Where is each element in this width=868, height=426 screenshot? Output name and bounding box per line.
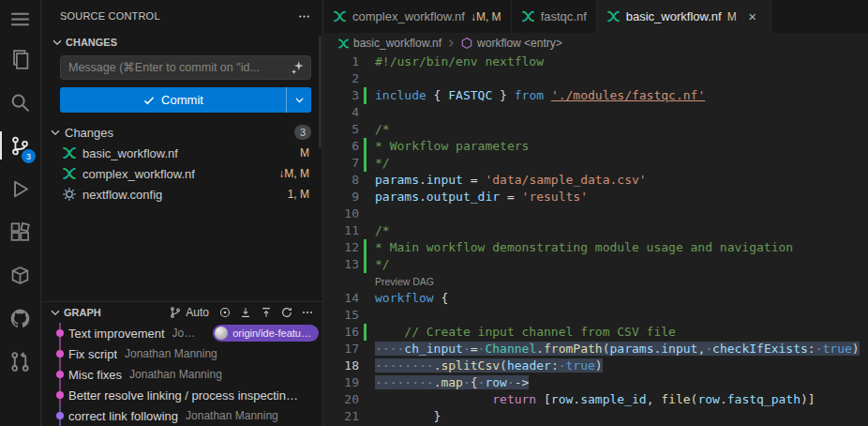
code-line[interactable]: 18········.splitCsv(header:·true): [323, 358, 868, 374]
code-line[interactable]: 5/*: [323, 121, 868, 138]
activity-run-debug[interactable]: [0, 167, 40, 210]
line-number: 21: [323, 408, 359, 425]
code-line[interactable]: 13*/: [323, 256, 868, 273]
line-number: 18: [323, 358, 359, 374]
fetch-icon[interactable]: [236, 303, 255, 322]
changes-count-badge: 3: [294, 125, 311, 140]
code-line[interactable]: 14workflow {: [323, 290, 868, 307]
line-number: 3: [323, 87, 359, 104]
branch-badge[interactable]: origin/ide-featu…: [213, 325, 319, 342]
tab-complex_workflow-nf[interactable]: complex_workflow.nf↓M, M: [323, 0, 512, 33]
line-content: workflow {: [375, 290, 868, 307]
tab-label: fastqc.nf: [541, 9, 587, 23]
code-editor[interactable]: 1#!/usr/bin/env nextflow23include { FAST…: [323, 53, 868, 426]
sidebar-spacer: [41, 205, 322, 301]
code-line[interactable]: 11/*: [323, 222, 868, 239]
graph-target-icon[interactable]: [216, 303, 234, 322]
code-line[interactable]: 2: [323, 70, 868, 87]
commit-row[interactable]: Text improvementJo…origin/ide-featu…: [41, 323, 322, 343]
code-line[interactable]: 17····ch_input·=·Channel.fromPath(params…: [323, 341, 868, 358]
commit-message: Text improvement: [68, 327, 165, 341]
refresh-icon[interactable]: [277, 303, 296, 322]
code-line[interactable]: 10: [323, 205, 868, 222]
line-content: [375, 104, 868, 121]
activity-menu[interactable]: [0, 0, 40, 38]
line-content: * Workflow parameters: [375, 138, 868, 155]
sparkle-icon[interactable]: [291, 60, 306, 75]
changes-section-header[interactable]: CHANGES: [41, 32, 322, 53]
activity-pull-request[interactable]: [0, 340, 40, 383]
changes-label: Changes: [65, 126, 113, 140]
gutter-decoration: [359, 307, 375, 324]
line-content: params.output_dir = 'results': [375, 189, 868, 205]
activity-github[interactable]: [0, 297, 40, 340]
code-line[interactable]: 15: [323, 307, 868, 324]
search-icon: [9, 92, 31, 114]
commit-message: Misc fixes: [68, 368, 122, 382]
commit-message-input[interactable]: [60, 55, 311, 80]
changed-file-row[interactable]: nextflow.config1, M: [41, 184, 322, 205]
sidebar-scrollbar[interactable]: [319, 36, 322, 148]
commit-message: Fix script: [68, 347, 117, 361]
close-icon[interactable]: ×: [744, 8, 761, 25]
code-line[interactable]: 4: [323, 104, 868, 121]
commit-dropdown-button[interactable]: [287, 87, 311, 113]
graph-section-header[interactable]: GRAPH Auto: [41, 302, 322, 323]
changed-file-row[interactable]: basic_workflow.nfM: [41, 143, 322, 163]
gutter-decoration: [359, 87, 375, 104]
commit-button[interactable]: Commit: [60, 87, 311, 113]
line-number: 4: [323, 104, 359, 121]
code-line[interactable]: 19········.map·{·row·->: [323, 374, 868, 391]
activity-extensions[interactable]: [0, 210, 40, 253]
code-line[interactable]: 21 }: [323, 408, 868, 425]
activity-source-control[interactable]: 3: [0, 124, 40, 167]
chevron-down-icon: [49, 306, 62, 319]
code-line[interactable]: 12* Main workflow demonstrating module u…: [323, 239, 868, 256]
changes-tree-header[interactable]: Changes 3: [41, 122, 322, 143]
activity-package[interactable]: [0, 253, 40, 297]
commit-row[interactable]: correct link followingJonathan Manning: [41, 405, 322, 426]
line-number: 10: [323, 205, 359, 222]
codelens-preview-dag[interactable]: Preview DAG: [323, 273, 868, 290]
code-line[interactable]: 16 // Create input channel from CSV file: [323, 324, 868, 341]
commit-row[interactable]: Misc fixesJonathan Manning: [41, 364, 322, 385]
commit-row[interactable]: Fix scriptJonathan Manning: [41, 343, 322, 364]
activity-search[interactable]: [0, 81, 40, 124]
editor-group: complex_workflow.nf↓M, Mfastqc.nfbasic_w…: [323, 0, 868, 426]
gutter-decoration: [359, 239, 375, 256]
push-icon[interactable]: [257, 303, 276, 322]
gutter-decoration: [359, 138, 375, 155]
code-line[interactable]: 9params.output_dir = 'results': [323, 189, 868, 205]
gutter-decoration: [359, 256, 375, 273]
code-line[interactable]: 1#!/usr/bin/env nextflow: [323, 53, 868, 70]
tab-basic_workflow-nf[interactable]: basic_workflow.nfM×: [597, 0, 771, 33]
scm-count-badge: 3: [22, 149, 36, 163]
git-status-badge: ↓M, M: [278, 167, 309, 180]
graph-auto-button[interactable]: Auto: [164, 305, 214, 320]
code-line[interactable]: 7*/: [323, 155, 868, 172]
graph-rail: [52, 405, 68, 426]
changed-file-row[interactable]: complex_workflow.nf↓M, M: [41, 163, 322, 184]
code-line[interactable]: 3include { FASTQC } from './modules/fast…: [323, 87, 868, 104]
code-line[interactable]: 8params.input = 'data/sample_data.csv': [323, 172, 868, 189]
breadcrumb-file[interactable]: basic_workflow.nf: [353, 37, 441, 50]
graph-label: GRAPH: [64, 307, 101, 318]
tab-label: basic_workflow.nf: [626, 9, 722, 23]
commit-row[interactable]: Better resolve linking / process inspect…: [41, 385, 322, 405]
chevron-right-icon: [445, 38, 456, 49]
commit-button-main[interactable]: Commit: [60, 87, 286, 113]
activity-explorer[interactable]: [0, 38, 40, 81]
graph-rail: [52, 385, 68, 405]
tab-fastqc-nf[interactable]: fastqc.nf: [512, 0, 597, 33]
commit-dot-icon: [56, 329, 64, 337]
graph-more-actions-icon[interactable]: [298, 303, 317, 322]
selection-highlight: ····ch_input·=·Channel.fromPath(params.i…: [375, 342, 860, 356]
code-line[interactable]: 20 return [row.sample_id, file(row.fastq…: [323, 391, 868, 408]
code-line[interactable]: 6* Workflow parameters: [323, 138, 868, 155]
workflow-symbol-icon: [460, 37, 473, 50]
line-number: 6: [323, 138, 359, 155]
breadcrumb-symbol[interactable]: workflow <entry>: [477, 37, 562, 50]
more-actions-icon[interactable]: [294, 7, 313, 25]
line-content: // Create input channel from CSV file: [375, 324, 868, 341]
line-content: params.input = 'data/sample_data.csv': [375, 172, 868, 189]
